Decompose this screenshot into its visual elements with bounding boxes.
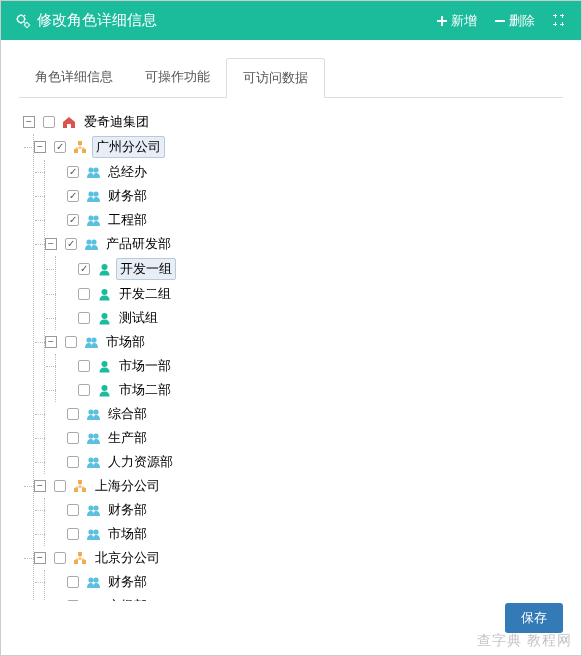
add-button[interactable]: 新增 bbox=[437, 12, 477, 30]
tab-bar: 角色详细信息 可操作功能 可访问数据 bbox=[19, 58, 563, 98]
tree-node-label[interactable]: 上海分公司 bbox=[92, 476, 163, 496]
group-icon bbox=[85, 503, 101, 517]
expand-toggle[interactable]: − bbox=[34, 480, 46, 492]
tree-node-label[interactable]: 市场部 bbox=[103, 332, 148, 352]
checkbox[interactable] bbox=[54, 552, 66, 564]
tree-row[interactable]: −广州分公司 bbox=[34, 134, 559, 160]
tab-data-access[interactable]: 可访问数据 bbox=[226, 58, 325, 98]
checkbox[interactable] bbox=[78, 312, 90, 324]
tree-node-label[interactable]: 开发一组 bbox=[116, 258, 176, 280]
tree-row[interactable]: 财务部 bbox=[45, 570, 559, 594]
tree-node-label[interactable]: 市场部 bbox=[105, 524, 150, 544]
tree-row[interactable]: −市场部 bbox=[45, 330, 559, 354]
home-icon bbox=[61, 115, 77, 129]
tree-node-label[interactable]: 市场部 bbox=[105, 596, 150, 601]
tree-row[interactable]: 市场一部 bbox=[56, 354, 559, 378]
tree-node-label[interactable]: 产品研发部 bbox=[103, 234, 174, 254]
delete-button[interactable]: 删除 bbox=[495, 12, 535, 30]
checkbox[interactable] bbox=[67, 214, 79, 226]
checkbox[interactable] bbox=[67, 504, 79, 516]
tree-node-label[interactable]: 综合部 bbox=[105, 404, 150, 424]
tree-row[interactable]: −爱奇迪集团 bbox=[23, 110, 559, 134]
tab-details[interactable]: 角色详细信息 bbox=[19, 58, 129, 97]
checkbox[interactable] bbox=[78, 384, 90, 396]
svg-point-12 bbox=[91, 239, 96, 244]
group-icon bbox=[85, 431, 101, 445]
svg-point-17 bbox=[91, 337, 96, 342]
svg-rect-33 bbox=[78, 552, 82, 556]
save-button[interactable]: 保存 bbox=[505, 603, 563, 633]
tree-row[interactable]: −北京分公司 bbox=[34, 546, 559, 570]
svg-point-9 bbox=[88, 215, 93, 220]
tree-row[interactable]: 财务部 bbox=[45, 498, 559, 522]
tree-row[interactable]: 生产部 bbox=[45, 426, 559, 450]
svg-point-19 bbox=[101, 385, 107, 391]
tree-row[interactable]: 工程部 bbox=[45, 208, 559, 232]
tree-node-label[interactable]: 生产部 bbox=[105, 428, 150, 448]
tree-node-label[interactable]: 测试组 bbox=[116, 308, 161, 328]
tree-node-label[interactable]: 市场二部 bbox=[116, 380, 174, 400]
tree-row[interactable]: 综合部 bbox=[45, 402, 559, 426]
checkbox[interactable] bbox=[67, 528, 79, 540]
svg-point-5 bbox=[88, 167, 93, 172]
tree-node-label[interactable]: 财务部 bbox=[105, 500, 150, 520]
group-icon bbox=[85, 407, 101, 421]
tree-row[interactable]: 市场部 bbox=[45, 522, 559, 546]
svg-rect-35 bbox=[82, 560, 86, 564]
svg-point-29 bbox=[88, 505, 93, 510]
checkbox[interactable] bbox=[67, 600, 79, 601]
checkbox[interactable] bbox=[65, 336, 77, 348]
tree-row[interactable]: 人力资源部 bbox=[45, 450, 559, 474]
fullscreen-button[interactable] bbox=[553, 14, 567, 28]
checkbox[interactable] bbox=[67, 456, 79, 468]
checkbox[interactable] bbox=[67, 408, 79, 420]
checkbox[interactable] bbox=[65, 238, 77, 250]
checkbox[interactable] bbox=[67, 166, 79, 178]
minus-icon bbox=[495, 16, 505, 26]
expand-toggle[interactable]: − bbox=[34, 141, 46, 153]
checkbox[interactable] bbox=[78, 360, 90, 372]
tree-row[interactable]: 开发二组 bbox=[56, 282, 559, 306]
svg-point-31 bbox=[88, 529, 93, 534]
checkbox[interactable] bbox=[67, 432, 79, 444]
group-icon bbox=[85, 575, 101, 589]
tree-node-label[interactable]: 财务部 bbox=[105, 572, 150, 592]
expand-toggle[interactable]: − bbox=[23, 116, 35, 128]
checkbox[interactable] bbox=[54, 480, 66, 492]
checkbox[interactable] bbox=[67, 190, 79, 202]
tree-row[interactable]: 市场部 bbox=[45, 594, 559, 601]
tree-node-label[interactable]: 市场一部 bbox=[116, 356, 174, 376]
svg-rect-27 bbox=[74, 488, 78, 492]
expand-toggle[interactable]: − bbox=[45, 336, 57, 348]
expand-toggle[interactable]: − bbox=[45, 238, 57, 250]
tree-node-label[interactable]: 开发二组 bbox=[116, 284, 174, 304]
person-icon bbox=[96, 383, 112, 397]
checkbox[interactable] bbox=[78, 288, 90, 300]
plus-icon bbox=[437, 16, 447, 26]
tree-row[interactable]: 测试组 bbox=[56, 306, 559, 330]
svg-point-24 bbox=[88, 457, 93, 462]
expand-toggle[interactable]: − bbox=[34, 552, 46, 564]
checkbox[interactable] bbox=[67, 576, 79, 588]
svg-rect-28 bbox=[82, 488, 86, 492]
tree-row[interactable]: −上海分公司 bbox=[34, 474, 559, 498]
tree-node-label[interactable]: 北京分公司 bbox=[92, 548, 163, 568]
tree-container: −爱奇迪集团−广州分公司总经办财务部工程部−产品研发部开发一组开发二组测试组−市… bbox=[19, 98, 563, 601]
tree-row[interactable]: 财务部 bbox=[45, 184, 559, 208]
checkbox[interactable] bbox=[43, 116, 55, 128]
tree-row[interactable]: 总经办 bbox=[45, 160, 559, 184]
checkbox[interactable] bbox=[78, 263, 90, 275]
tree-node-label[interactable]: 总经办 bbox=[105, 162, 150, 182]
tab-operations[interactable]: 可操作功能 bbox=[129, 58, 226, 97]
tree-row[interactable]: −产品研发部 bbox=[45, 232, 559, 256]
tree-row[interactable]: 开发一组 bbox=[56, 256, 559, 282]
tree-node-label[interactable]: 爱奇迪集团 bbox=[81, 112, 152, 132]
tree-row[interactable]: 市场二部 bbox=[56, 378, 559, 402]
tree-node-label[interactable]: 财务部 bbox=[105, 186, 150, 206]
svg-point-16 bbox=[86, 337, 91, 342]
checkbox[interactable] bbox=[54, 141, 66, 153]
tree-node-label[interactable]: 广州分公司 bbox=[92, 136, 165, 158]
person-icon bbox=[96, 359, 112, 373]
tree-node-label[interactable]: 工程部 bbox=[105, 210, 150, 230]
tree-node-label[interactable]: 人力资源部 bbox=[105, 452, 176, 472]
